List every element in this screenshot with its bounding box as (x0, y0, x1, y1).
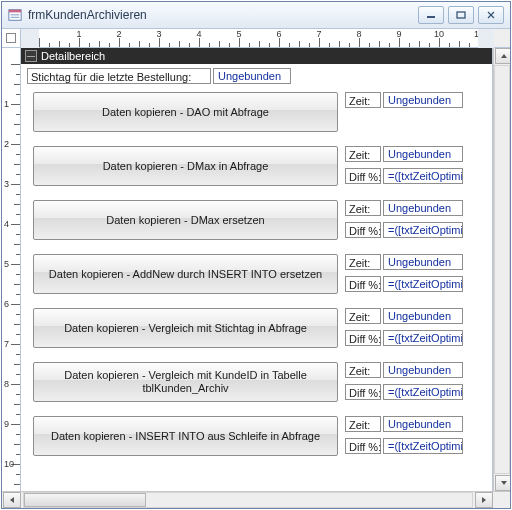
diff-label-1: Diff %: (345, 168, 381, 184)
detail-section-label: Detailbereich (41, 50, 105, 62)
svg-rect-1 (9, 10, 21, 13)
scroll-left-button[interactable] (3, 492, 21, 508)
diff-label-6: Diff %: (345, 438, 381, 454)
zeit-label-6: Zeit: (345, 416, 381, 432)
diff-field-5[interactable]: =([txtZeitOptimiert]-[txtZeit])/[txtZeit… (383, 384, 463, 400)
diff-label-4: Diff %: (345, 330, 381, 346)
vertical-scrollbar[interactable] (493, 48, 510, 491)
diff-field-2[interactable]: =([txtZeitOptimiert]-[txtZeit])/[txtZeit… (383, 222, 463, 238)
svg-rect-3 (11, 17, 20, 18)
form-design-window: frmKundenArchivieren 1234567891011121314… (1, 1, 511, 509)
zeit-label-2: Zeit: (345, 200, 381, 216)
svg-rect-4 (427, 16, 435, 18)
vertical-ruler[interactable]: 123456789101112 (2, 48, 21, 491)
section-expand-icon[interactable]: — (25, 50, 37, 62)
action-button-6[interactable]: Daten kopieren - INSERT INTO aus Schleif… (33, 416, 338, 456)
diff-field-6[interactable]: =([txtZeitOptimiert]-[txtZeit])/[txtZeit… (383, 438, 463, 454)
window-title: frmKundenArchivieren (28, 8, 418, 22)
action-button-3[interactable]: Daten kopieren - AddNew durch INSERT INT… (33, 254, 338, 294)
scroll-up-button[interactable] (495, 48, 510, 64)
vertical-scroll-track[interactable] (494, 65, 510, 474)
close-button[interactable] (478, 6, 504, 24)
scroll-down-button[interactable] (495, 475, 510, 491)
svg-rect-2 (11, 14, 20, 15)
zeit-field-1[interactable]: Ungebunden (383, 146, 463, 162)
horizontal-scrollbar[interactable] (2, 491, 510, 508)
svg-marker-10 (10, 497, 14, 503)
svg-marker-9 (501, 481, 507, 485)
action-button-4[interactable]: Daten kopieren - Vergleich mit Stichtag … (33, 308, 338, 348)
diff-field-4[interactable]: =([txtZeitOptimiert]-[txtZeit])/[txtZeit… (383, 330, 463, 346)
zeit-label-4: Zeit: (345, 308, 381, 324)
diff-label-3: Diff %: (345, 276, 381, 292)
detail-section-header[interactable]: — Detailbereich (21, 48, 492, 64)
action-button-5[interactable]: Daten kopieren - Vergleich mit KundeID i… (33, 362, 338, 402)
form-icon (8, 8, 22, 22)
scroll-right-button[interactable] (475, 492, 493, 508)
diff-field-1[interactable]: =([txtZeitOptimiert]-[txtZeit])/[txtZeit… (383, 168, 463, 184)
horizontal-scroll-track[interactable] (23, 492, 473, 508)
zeit-label-1: Zeit: (345, 146, 381, 162)
svg-rect-5 (457, 12, 465, 18)
zeit-label-3: Zeit: (345, 254, 381, 270)
horizontal-scroll-thumb[interactable] (24, 493, 146, 507)
diff-label-2: Diff %: (345, 222, 381, 238)
stichtag-label: Stichtag für die letzte Bestellung: (27, 68, 211, 84)
action-button-2[interactable]: Daten kopieren - DMax ersetzen (33, 200, 338, 240)
action-button-1[interactable]: Daten kopieren - DMax in Abfrage (33, 146, 338, 186)
horizontal-ruler[interactable]: 1234567891011121314 (39, 29, 478, 48)
titlebar[interactable]: frmKundenArchivieren (2, 2, 510, 29)
svg-marker-11 (482, 497, 486, 503)
select-all-corner[interactable] (2, 29, 21, 48)
maximize-button[interactable] (448, 6, 474, 24)
zeit-field-4[interactable]: Ungebunden (383, 308, 463, 324)
zeit-label-0: Zeit: (345, 92, 381, 108)
diff-field-3[interactable]: =([txtZeitOptimiert]-[txtZeit])/[txtZeit… (383, 276, 463, 292)
diff-label-5: Diff %: (345, 384, 381, 400)
zeit-field-3[interactable]: Ungebunden (383, 254, 463, 270)
action-button-0[interactable]: Daten kopieren - DAO mit Abfrage (33, 92, 338, 132)
zeit-field-0[interactable]: Ungebunden (383, 92, 463, 108)
minimize-button[interactable] (418, 6, 444, 24)
stichtag-field[interactable]: Ungebunden (213, 68, 291, 84)
zeit-field-5[interactable]: Ungebunden (383, 362, 463, 378)
svg-marker-8 (501, 54, 507, 58)
zeit-field-2[interactable]: Ungebunden (383, 200, 463, 216)
zeit-label-5: Zeit: (345, 362, 381, 378)
zeit-field-6[interactable]: Ungebunden (383, 416, 463, 432)
design-surface[interactable]: — Detailbereich Stichtag für die letzte … (21, 48, 493, 491)
